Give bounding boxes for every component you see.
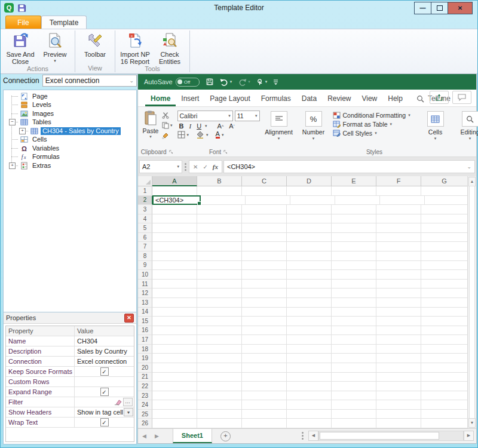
row-header-2[interactable]: 2 <box>138 196 153 205</box>
cell-C9[interactable] <box>242 261 287 271</box>
cell-C5[interactable] <box>242 223 287 233</box>
cell-D18[interactable] <box>287 345 332 354</box>
underline-dropdown-icon[interactable]: ▾ <box>205 124 207 128</box>
cell-E25[interactable] <box>332 410 376 419</box>
cell-E17[interactable] <box>332 335 376 345</box>
cell-A18[interactable] <box>152 345 197 354</box>
cell-C25[interactable] <box>242 410 287 419</box>
cell-B11[interactable] <box>197 280 242 289</box>
check-entities-button[interactable]: Check Entities <box>152 30 187 65</box>
cell-A13[interactable] <box>152 298 197 308</box>
cell-F16[interactable] <box>376 326 421 336</box>
cell-G19[interactable] <box>421 354 468 363</box>
number-button[interactable]: % Number▾ <box>298 109 329 148</box>
cell-D5[interactable] <box>287 223 332 233</box>
excel-tab-insert[interactable]: Insert <box>176 94 204 106</box>
row-header-10[interactable]: 10 <box>138 270 152 280</box>
column-header-C[interactable]: C <box>242 176 287 186</box>
cell-F22[interactable] <box>376 382 421 391</box>
row-header-14[interactable]: 14 <box>138 308 152 317</box>
sheet-nav-right-icon[interactable]: ▶ <box>151 433 163 439</box>
column-header-G[interactable]: G <box>421 176 468 186</box>
cell-F1[interactable] <box>376 186 421 196</box>
cell-D11[interactable] <box>287 280 332 289</box>
share-icon[interactable] <box>430 91 449 104</box>
row-header-16[interactable]: 16 <box>138 326 152 336</box>
row-header-20[interactable]: 20 <box>138 363 152 373</box>
connection-dropdown[interactable]: Excel connection ⌄ <box>42 75 137 87</box>
cell-B19[interactable] <box>197 354 242 363</box>
select-all-corner[interactable] <box>138 176 152 186</box>
excel-tab-help[interactable]: Help <box>382 94 408 106</box>
cell-F4[interactable] <box>376 214 421 224</box>
excel-tab-data[interactable]: Data <box>296 94 322 106</box>
excel-tab-view[interactable]: View <box>356 94 382 106</box>
formula-bar-splitter[interactable] <box>185 166 186 168</box>
cell-A15[interactable] <box>152 317 197 326</box>
cell-D3[interactable] <box>287 205 332 214</box>
cell-B1[interactable] <box>197 186 242 196</box>
tree-item-extras[interactable]: +Extras <box>4 161 136 170</box>
row-header-7[interactable]: 7 <box>138 242 152 251</box>
cell-A25[interactable] <box>152 410 197 419</box>
excel-tab-review[interactable]: Review <box>322 94 356 106</box>
cell-G11[interactable] <box>421 280 468 289</box>
tree-item-levels[interactable]: Levels <box>4 101 136 110</box>
cell-E19[interactable] <box>332 354 376 363</box>
cell-B12[interactable] <box>197 289 242 298</box>
sheetbar-splitter[interactable] <box>302 435 304 437</box>
dialog-launcher-icon[interactable] <box>169 150 173 154</box>
format-painter-icon[interactable] <box>162 131 173 140</box>
cell-E23[interactable] <box>332 391 376 401</box>
cell-E20[interactable] <box>332 363 376 373</box>
properties-close-icon[interactable]: ✕ <box>124 314 134 323</box>
cell-E1[interactable] <box>332 186 376 196</box>
cell-D2[interactable] <box>290 196 335 205</box>
row-header-19[interactable]: 19 <box>138 354 152 363</box>
cell-G23[interactable] <box>421 391 468 401</box>
cell-C8[interactable] <box>242 251 287 261</box>
cell-E22[interactable] <box>332 382 376 391</box>
tree-item-cells[interactable]: Cells <box>4 136 136 145</box>
cell-G26[interactable] <box>421 419 468 428</box>
tree-item-formulas[interactable]: fxFormulas <box>4 153 136 162</box>
cell-styles-button[interactable]: Cell Styles▾ <box>333 130 416 137</box>
cell-G2[interactable] <box>425 196 468 205</box>
cell-D12[interactable] <box>287 289 332 298</box>
cells-button[interactable]: Cells▾ <box>420 109 451 148</box>
cell-F2[interactable] <box>380 196 425 205</box>
copy-icon[interactable]: ▾ <box>162 121 173 130</box>
cell-C21[interactable] <box>242 373 287 382</box>
italic-button[interactable]: I <box>187 122 193 130</box>
row-header-6[interactable]: 6 <box>138 233 152 243</box>
vertical-scrollbar[interactable]: ▲ ▼ <box>467 176 476 428</box>
fill-color-icon[interactable] <box>196 131 204 139</box>
cell-F12[interactable] <box>376 289 421 298</box>
cell-F6[interactable] <box>376 233 421 243</box>
cell-A20[interactable] <box>152 363 197 373</box>
expand-expander-icon[interactable]: + <box>9 162 16 169</box>
cell-C4[interactable] <box>242 214 287 224</box>
property-value[interactable]: ✓ <box>75 418 134 427</box>
cell-C24[interactable] <box>242 400 287 410</box>
tree-item-tables[interactable]: −Tables <box>4 118 136 127</box>
cell-G8[interactable] <box>421 251 468 261</box>
cell-A1[interactable] <box>152 186 197 196</box>
cell-A9[interactable] <box>152 261 197 271</box>
row-header-26[interactable]: 26 <box>138 419 152 428</box>
cell-E13[interactable] <box>332 298 376 308</box>
ellipsis-button[interactable]: … <box>123 398 133 406</box>
column-header-E[interactable]: E <box>332 176 376 186</box>
cell-F13[interactable] <box>376 298 421 308</box>
cell-G17[interactable] <box>421 335 468 345</box>
alignment-button[interactable]: Alignment▾ <box>263 109 295 148</box>
cell-C20[interactable] <box>242 363 287 373</box>
save-and-close-button[interactable]: Save And Close <box>3 30 38 65</box>
cell-E11[interactable] <box>332 280 376 289</box>
cell-C18[interactable] <box>242 345 287 354</box>
tree-item-ch304-sales-by-country[interactable]: +CH304 - Sales by Country <box>4 127 136 136</box>
cell-G13[interactable] <box>421 298 468 308</box>
cell-G21[interactable] <box>421 373 468 382</box>
cell-B23[interactable] <box>197 391 242 401</box>
cell-G7[interactable] <box>421 242 468 251</box>
